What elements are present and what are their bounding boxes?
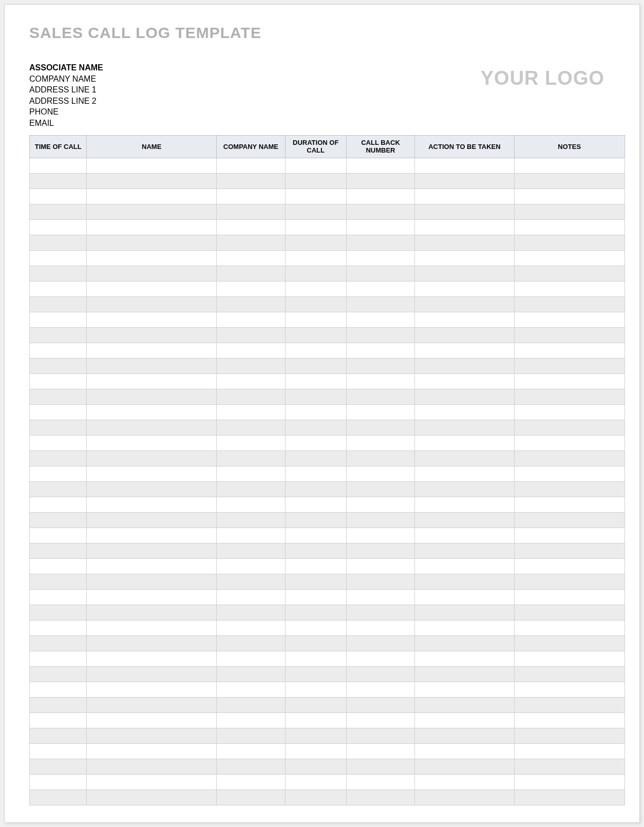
table-cell[interactable]: [87, 697, 217, 712]
table-cell[interactable]: [285, 189, 346, 204]
table-cell[interactable]: [514, 743, 625, 759]
table-cell[interactable]: [217, 497, 286, 512]
table-cell[interactable]: [217, 327, 286, 343]
table-cell[interactable]: [87, 651, 217, 666]
table-cell[interactable]: [285, 743, 346, 759]
table-cell[interactable]: [285, 558, 346, 574]
table-cell[interactable]: [514, 296, 625, 312]
table-cell[interactable]: [346, 435, 415, 450]
table-cell[interactable]: [285, 466, 346, 481]
table-cell[interactable]: [415, 358, 514, 373]
table-cell[interactable]: [346, 235, 415, 250]
table-cell[interactable]: [87, 235, 217, 250]
table-cell[interactable]: [346, 574, 415, 589]
table-cell[interactable]: [217, 358, 286, 373]
table-cell[interactable]: [514, 605, 625, 620]
table-cell[interactable]: [217, 759, 286, 774]
table-cell[interactable]: [30, 759, 87, 774]
table-cell[interactable]: [415, 173, 514, 189]
table-cell[interactable]: [217, 250, 286, 266]
table-cell[interactable]: [346, 712, 415, 728]
table-cell[interactable]: [217, 558, 286, 574]
table-cell[interactable]: [415, 759, 514, 774]
table-cell[interactable]: [514, 266, 625, 281]
table-cell[interactable]: [30, 219, 87, 235]
table-cell[interactable]: [346, 605, 415, 620]
table-cell[interactable]: [87, 281, 217, 296]
table-cell[interactable]: [514, 481, 625, 497]
table-cell[interactable]: [217, 219, 286, 235]
table-cell[interactable]: [87, 250, 217, 266]
table-cell[interactable]: [514, 250, 625, 266]
table-cell[interactable]: [514, 589, 625, 605]
table-cell[interactable]: [217, 343, 286, 358]
table-cell[interactable]: [514, 358, 625, 373]
table-cell[interactable]: [346, 189, 415, 204]
table-cell[interactable]: [346, 296, 415, 312]
table-cell[interactable]: [346, 635, 415, 651]
table-cell[interactable]: [514, 173, 625, 189]
table-cell[interactable]: [87, 497, 217, 512]
table-cell[interactable]: [346, 497, 415, 512]
table-cell[interactable]: [346, 358, 415, 373]
table-cell[interactable]: [285, 790, 346, 805]
table-cell[interactable]: [285, 450, 346, 466]
table-cell[interactable]: [285, 528, 346, 543]
table-cell[interactable]: [346, 697, 415, 712]
table-cell[interactable]: [87, 528, 217, 543]
table-cell[interactable]: [30, 697, 87, 712]
table-cell[interactable]: [285, 712, 346, 728]
table-cell[interactable]: [514, 189, 625, 204]
table-cell[interactable]: [30, 250, 87, 266]
table-cell[interactable]: [87, 774, 217, 790]
table-cell[interactable]: [217, 266, 286, 281]
table-cell[interactable]: [217, 620, 286, 635]
table-cell[interactable]: [87, 266, 217, 281]
table-cell[interactable]: [87, 574, 217, 589]
table-cell[interactable]: [30, 682, 87, 697]
table-cell[interactable]: [30, 389, 87, 404]
table-cell[interactable]: [415, 528, 514, 543]
table-cell[interactable]: [514, 219, 625, 235]
table-cell[interactable]: [514, 682, 625, 697]
table-cell[interactable]: [30, 543, 87, 558]
table-cell[interactable]: [415, 558, 514, 574]
table-cell[interactable]: [346, 759, 415, 774]
table-cell[interactable]: [346, 266, 415, 281]
table-cell[interactable]: [217, 589, 286, 605]
table-cell[interactable]: [415, 235, 514, 250]
table-cell[interactable]: [415, 450, 514, 466]
table-cell[interactable]: [87, 543, 217, 558]
table-cell[interactable]: [30, 358, 87, 373]
table-cell[interactable]: [415, 343, 514, 358]
table-cell[interactable]: [514, 790, 625, 805]
table-cell[interactable]: [514, 235, 625, 250]
table-cell[interactable]: [30, 312, 87, 327]
table-cell[interactable]: [285, 173, 346, 189]
table-cell[interactable]: [285, 728, 346, 743]
table-cell[interactable]: [514, 281, 625, 296]
table-cell[interactable]: [30, 420, 87, 435]
table-cell[interactable]: [217, 605, 286, 620]
table-cell[interactable]: [346, 450, 415, 466]
table-cell[interactable]: [285, 158, 346, 173]
table-cell[interactable]: [415, 189, 514, 204]
table-cell[interactable]: [514, 327, 625, 343]
table-cell[interactable]: [514, 404, 625, 420]
table-cell[interactable]: [87, 435, 217, 450]
table-cell[interactable]: [514, 497, 625, 512]
table-cell[interactable]: [30, 790, 87, 805]
table-cell[interactable]: [415, 728, 514, 743]
table-cell[interactable]: [87, 450, 217, 466]
table-cell[interactable]: [285, 512, 346, 528]
table-cell[interactable]: [87, 682, 217, 697]
table-cell[interactable]: [217, 281, 286, 296]
table-cell[interactable]: [30, 635, 87, 651]
table-cell[interactable]: [346, 327, 415, 343]
table-cell[interactable]: [346, 250, 415, 266]
table-cell[interactable]: [415, 682, 514, 697]
table-cell[interactable]: [217, 481, 286, 497]
table-cell[interactable]: [514, 158, 625, 173]
table-cell[interactable]: [346, 281, 415, 296]
table-cell[interactable]: [285, 373, 346, 389]
